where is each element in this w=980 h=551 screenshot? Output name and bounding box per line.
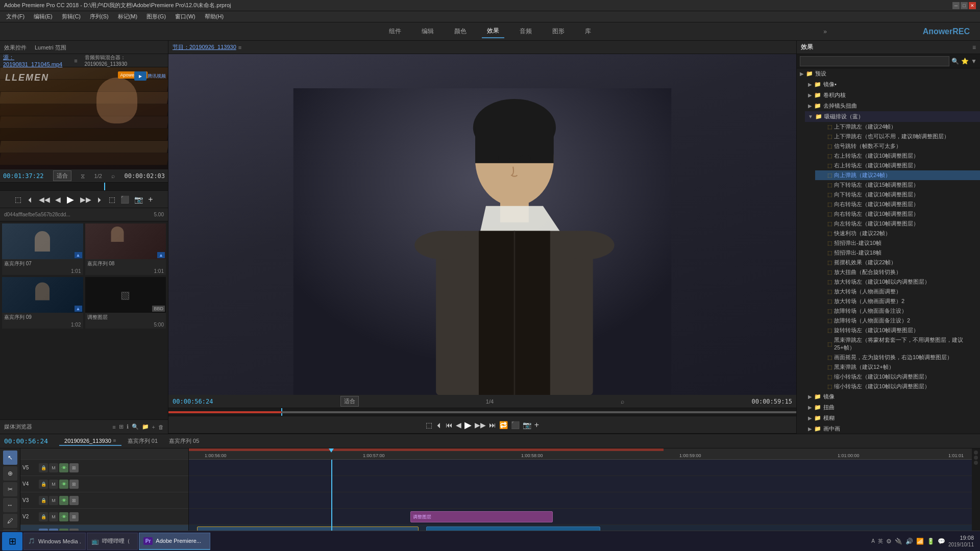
- v2-eye[interactable]: 👁: [59, 512, 68, 521]
- tab-graphics[interactable]: 图形: [547, 25, 570, 38]
- clip-adjustment[interactable]: 调整图层: [410, 511, 553, 522]
- source-btn-add[interactable]: +: [147, 195, 154, 204]
- prog-btn-out[interactable]: ⏴: [435, 421, 443, 429]
- start-button[interactable]: ⊞: [2, 532, 22, 550]
- source-label[interactable]: 源：20190831_171045.mp4: [3, 54, 71, 67]
- folder-convolution[interactable]: ▶ 📁 卷积内核: [805, 90, 980, 101]
- folder-mirror[interactable]: ▶ 📁 镜像•: [805, 79, 980, 90]
- effect-shrink-left2[interactable]: ⬚缩小转场左（建议10帧以内调整图层）: [815, 382, 980, 391]
- video-track-v4[interactable]: [189, 476, 980, 492]
- effect-bounce-out1[interactable]: ⬚招招弹出-建议10帧: [815, 238, 980, 248]
- more-tabs-button[interactable]: »: [823, 28, 827, 35]
- media-item-1[interactable]: ▲ 嘉宾序列 08 1:01: [85, 223, 166, 275]
- folder-lens[interactable]: ▶ 📁 去掉镜头扭曲: [805, 101, 980, 111]
- menu-help[interactable]: 帮助(H): [201, 12, 228, 21]
- video-track-v3[interactable]: [189, 492, 980, 509]
- prog-btn-in[interactable]: ⬚: [426, 421, 432, 429]
- source-btn-fwd[interactable]: ▶▶: [79, 195, 92, 204]
- v3-eye[interactable]: 👁: [59, 496, 68, 505]
- v5-lock[interactable]: 🔒: [39, 463, 48, 472]
- v5-mute[interactable]: ⊠: [69, 463, 79, 472]
- clock-display[interactable]: 19:08 2019/10/11: [948, 534, 974, 548]
- effect-zoom-person1[interactable]: ⬚放大转场（人物画面调整）: [815, 287, 980, 296]
- systray-network[interactable]: 📶: [916, 538, 924, 545]
- effect-up-bounce[interactable]: ⬚向上弹跳（建议24帧）: [815, 170, 980, 180]
- select-tool[interactable]: ↖: [3, 450, 17, 465]
- tab-color[interactable]: 颜色: [449, 25, 472, 38]
- effect-zoom-twist[interactable]: ⬚放大扭曲（配合旋转切换）: [815, 267, 980, 277]
- tab-editing[interactable]: 编辑: [416, 25, 439, 38]
- effect-updown-left[interactable]: ⬚上下弹跳左（建议24帧）: [815, 122, 980, 132]
- effect-zoom-left1[interactable]: ⬚放大转场左（建议10帧以内调整图层）: [815, 277, 980, 287]
- new-item-btn[interactable]: +: [152, 424, 155, 430]
- prog-btn-camera[interactable]: 📷: [523, 421, 531, 429]
- source-fit-button[interactable]: 适合: [53, 170, 71, 181]
- prog-btn-markers[interactable]: ⬛: [511, 421, 520, 429]
- source-btn-overwrite[interactable]: ⬛: [119, 195, 130, 204]
- menu-marker[interactable]: 标记(M): [114, 12, 142, 21]
- tab-effects-controls[interactable]: 效果控件: [0, 42, 31, 54]
- prog-btn-add[interactable]: +: [534, 420, 539, 430]
- folder-magnetic-blue[interactable]: ▼ 📁 吸磁排设（蓝） ⬚上下弹跳左（建议24帧） ⬚上下弹跳右（也可以不用，建…: [805, 111, 980, 391]
- v4-lock[interactable]: 🔒: [39, 480, 48, 489]
- prog-btn-step-fwd[interactable]: ▶▶: [475, 421, 486, 429]
- v3-mute[interactable]: ⊠: [69, 496, 79, 505]
- effects-expand-icon[interactable]: ≡: [972, 44, 976, 51]
- prog-btn-step-back[interactable]: ◀: [456, 421, 461, 429]
- effect-shake[interactable]: ⬚摇摆机效果（建议22帧）: [815, 258, 980, 267]
- systray-lang[interactable]: 英: [878, 538, 883, 545]
- effect-shake-screen[interactable]: ⬚画面摇晃，左为旋转切换，右边10帧调整图层）: [815, 353, 980, 362]
- source-timecode[interactable]: 00:01:37:22: [3, 172, 43, 180]
- menu-file[interactable]: 文件(F): [2, 12, 29, 21]
- tab-library[interactable]: 库: [580, 25, 596, 38]
- v4-sync[interactable]: M: [49, 480, 58, 489]
- effect-right-left2[interactable]: ⬚向右转场左（建议10帧调整图层）: [815, 209, 980, 219]
- effect-signal-jump[interactable]: ⬚信号跳转（帧数不可太多）: [815, 141, 980, 151]
- source-header-icon[interactable]: ≡: [74, 58, 77, 64]
- v4-mute[interactable]: ⊠: [69, 480, 79, 489]
- effects-search-icon[interactable]: 🔍: [951, 58, 959, 65]
- folder-blur[interactable]: ▶ 📁 模糊: [805, 413, 980, 423]
- program-fit-button[interactable]: 适合: [340, 396, 359, 407]
- effect-black-bounce2[interactable]: ⬚黑束弹跳（建议12+帧）: [815, 362, 980, 372]
- video-track-v2[interactable]: 调整图层: [189, 509, 980, 525]
- menu-graphics[interactable]: 图形(G): [142, 12, 170, 21]
- seq-tab-1[interactable]: 20190926_113930 ≡: [59, 437, 121, 446]
- menu-clip[interactable]: 剪辑(C): [58, 12, 85, 21]
- systray-icon1[interactable]: 🔌: [895, 538, 902, 545]
- delete-btn[interactable]: 🗑: [158, 424, 164, 430]
- folder-distort[interactable]: ▶ 📁 扭曲: [805, 402, 980, 413]
- prog-btn-play[interactable]: ▶: [464, 419, 472, 431]
- search-btn[interactable]: 🔍: [132, 423, 139, 430]
- effect-left-left1[interactable]: ⬚向左转场左（建议10帧调整图层）: [815, 219, 980, 229]
- program-scrub-bar[interactable]: [168, 408, 796, 416]
- source-scrub-bar[interactable]: [0, 183, 168, 191]
- effect-down-left2[interactable]: ⬚向下转场左（建议10帧调整图层）: [815, 190, 980, 199]
- grid-view-btn[interactable]: ⊞: [119, 423, 124, 430]
- source-btn-add-in[interactable]: ⬚: [14, 195, 22, 204]
- tab-lumetri[interactable]: Lumetri 范围: [31, 42, 70, 54]
- ripple-tool[interactable]: ⊕: [3, 466, 17, 481]
- systray-icon2[interactable]: 🔊: [905, 538, 913, 545]
- effects-search-input[interactable]: [800, 56, 949, 66]
- folder-presets[interactable]: ▶ 📁 预设 ▶ 📁 镜像• ▶ �: [797, 68, 980, 434]
- maximize-button[interactable]: □: [961, 2, 968, 9]
- v3-lock[interactable]: 🔒: [39, 496, 48, 505]
- prog-btn-back[interactable]: ⏮: [446, 421, 453, 429]
- systray-notification[interactable]: 💬: [938, 538, 945, 545]
- program-preview-area[interactable]: [168, 54, 796, 395]
- effect-glitch2[interactable]: ⬚故障转场（人物面面备注设）2: [815, 316, 980, 325]
- effect-rotate-left[interactable]: ⬚旋转转场左（建议10帧调整图层）: [815, 325, 980, 335]
- effect-upper-right-left2[interactable]: ⬚右上转场左（建议10帧调整图层）: [815, 161, 980, 170]
- new-bin-btn[interactable]: 📁: [142, 423, 149, 430]
- source-btn-out[interactable]: ⏵: [95, 195, 105, 204]
- tab-audio[interactable]: 音频: [514, 25, 537, 38]
- list-view-btn[interactable]: ≡: [112, 424, 115, 430]
- effect-fast[interactable]: ⬚快速利功（建议22帧）: [815, 229, 980, 238]
- program-label[interactable]: 节目：20190926_113930: [173, 43, 236, 51]
- effect-right-left1[interactable]: ⬚向右转场左（建议10帧调整图层）: [815, 199, 980, 209]
- source-btn-step-back[interactable]: ◀◀: [38, 195, 51, 204]
- effect-black-bounce[interactable]: ⬚黑束弹跳左（将蒙材套套一下，不用调整图层，建议25+帧）: [815, 335, 980, 353]
- media-item-0[interactable]: ▲ 嘉宾序列 07 1:01: [2, 223, 83, 275]
- media-item-3[interactable]: ▧ BBD 调整图层 5:00: [85, 277, 166, 329]
